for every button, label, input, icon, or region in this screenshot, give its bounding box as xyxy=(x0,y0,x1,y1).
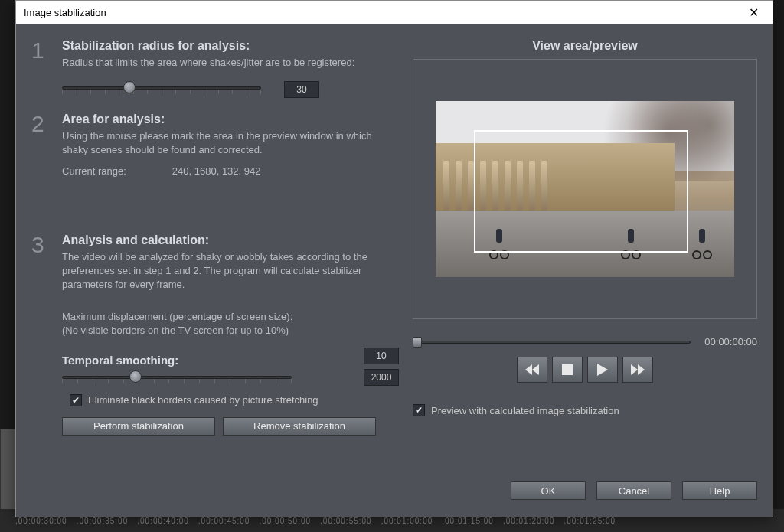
transport-controls xyxy=(413,357,757,383)
max-displacement-line2: (No visible borders on the TV screen for… xyxy=(62,324,399,338)
temporal-smoothing-value[interactable]: 2000 xyxy=(364,369,399,386)
step-number-1: 1 xyxy=(31,39,48,99)
svg-marker-4 xyxy=(631,364,638,375)
ok-button[interactable]: OK xyxy=(511,481,586,500)
preview-time-slider[interactable] xyxy=(413,337,691,348)
step-number-3: 3 xyxy=(31,233,48,436)
stop-button[interactable] xyxy=(552,357,583,383)
step2-desc: Using the mouse please mark the area in … xyxy=(62,129,399,157)
cancel-button[interactable]: Cancel xyxy=(596,481,671,500)
titlebar: Image stabilization ✕ xyxy=(16,1,773,24)
step-3: 3 Analysis and calculation: The video wi… xyxy=(31,233,399,436)
help-button[interactable]: Help xyxy=(682,481,757,500)
eliminate-borders-checkbox[interactable]: ✔ xyxy=(70,394,82,406)
current-range-value: 240, 1680, 132, 942 xyxy=(172,165,261,177)
video-preview[interactable] xyxy=(436,101,734,277)
step1-desc: Radius that limits the area where shakes… xyxy=(62,56,399,70)
svg-rect-2 xyxy=(562,364,573,375)
step2-heading: Area for analysis: xyxy=(62,113,399,126)
eliminate-borders-label: Eliminate black borders caused by pictur… xyxy=(88,394,318,406)
step-2: 2 Area for analysis: Using the mouse ple… xyxy=(31,113,399,176)
image-stabilization-dialog: Image stabilization ✕ 1 Stabilization ra… xyxy=(15,0,773,517)
svg-marker-5 xyxy=(638,364,645,375)
current-range-label: Current range: xyxy=(62,165,126,177)
play-button[interactable] xyxy=(587,357,618,383)
preview-heading: View area/preview xyxy=(413,39,757,53)
background-toolbar xyxy=(0,429,17,513)
close-icon[interactable]: ✕ xyxy=(743,5,765,20)
step-1: 1 Stabilization radius for analysis: Rad… xyxy=(31,39,399,99)
max-displacement-line1: Maximum displacement (percentage of scre… xyxy=(62,310,399,324)
remove-stabilization-button[interactable]: Remove stabilization xyxy=(223,417,376,436)
perform-stabilization-button[interactable]: Perform stabilization xyxy=(62,417,215,436)
svg-marker-3 xyxy=(597,364,608,376)
fast-forward-button[interactable] xyxy=(622,357,653,383)
step1-heading: Stabilization radius for analysis: xyxy=(62,39,399,53)
step-number-2: 2 xyxy=(31,113,48,176)
rewind-button[interactable] xyxy=(517,357,547,383)
step3-heading: Analysis and calculation: xyxy=(62,233,399,247)
radius-value[interactable]: 30 xyxy=(284,81,319,98)
preview-stabilization-checkbox[interactable]: ✔ xyxy=(413,404,425,416)
svg-marker-0 xyxy=(525,364,532,375)
preview-frame xyxy=(413,59,757,319)
svg-marker-1 xyxy=(532,364,539,375)
preview-stabilization-label: Preview with calculated image stabilizat… xyxy=(431,405,619,416)
temporal-smoothing-heading: Temporal smoothing: xyxy=(62,354,348,367)
radius-slider[interactable] xyxy=(62,80,261,99)
temporal-smoothing-slider[interactable] xyxy=(62,370,292,388)
analysis-area-rect[interactable] xyxy=(474,130,688,253)
dialog-title: Image stabilization xyxy=(24,7,106,18)
step3-desc: The video will be analyzed for shaky or … xyxy=(62,250,399,292)
preview-timecode: 00:00:00:00 xyxy=(704,336,757,348)
max-displacement-value[interactable]: 10 xyxy=(364,348,399,364)
